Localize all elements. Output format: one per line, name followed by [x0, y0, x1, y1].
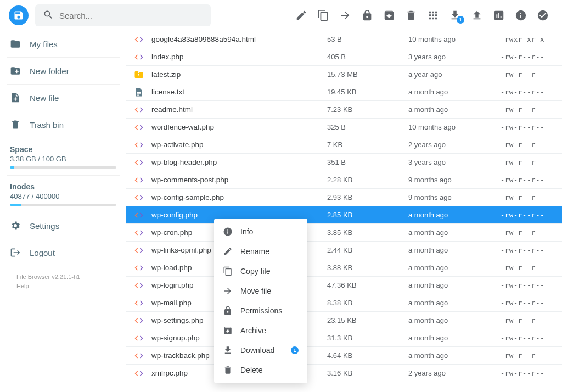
file-size: 8.38 KB — [327, 299, 408, 307]
file-perm: -rw-r--r-- — [485, 351, 544, 360]
trash-icon[interactable] — [405, 9, 417, 21]
file-perm: -rw-r--r-- — [485, 176, 544, 184]
stat-space: Space3.38 GB / 100 GB — [7, 138, 120, 175]
chart-icon[interactable] — [493, 9, 505, 21]
file-name: wp-config.php — [151, 211, 327, 219]
nav-create-folder[interactable]: New folder — [7, 57, 120, 84]
code-icon — [126, 158, 151, 167]
code-icon — [126, 175, 151, 185]
file-date: 9 months ago — [408, 176, 485, 184]
search-box[interactable] — [35, 4, 211, 26]
check-icon[interactable] — [537, 9, 549, 21]
ctx-archive[interactable]: Archive — [214, 321, 307, 340]
nav-folder[interactable]: My files — [7, 31, 120, 57]
file-row[interactable]: wp-signup.php31.3 KBa month ago-rw-r--r-… — [126, 329, 562, 347]
move-icon[interactable] — [339, 9, 351, 21]
file-row[interactable]: wp-activate.php7 KB2 years ago-rw-r--r-- — [126, 136, 562, 154]
file-row[interactable]: wp-login.php47.36 KBa month ago-rw-r--r-… — [126, 277, 562, 294]
file-perm: -rw-r--r-- — [485, 88, 544, 96]
file-perm: -rw-r--r-- — [485, 141, 544, 149]
ctx-edit[interactable]: Rename — [214, 242, 307, 261]
ctx-lock[interactable]: Permissions — [214, 301, 307, 321]
code-icon — [126, 368, 151, 378]
code-icon — [126, 210, 151, 220]
nav-label: Settings — [30, 221, 59, 231]
ctx-trash[interactable]: Delete — [214, 360, 307, 380]
edit-icon[interactable] — [295, 9, 307, 21]
search-input[interactable] — [59, 11, 203, 20]
credits: File Browser v2.21.1-h1 Help — [7, 266, 120, 297]
file-date: 10 months ago — [408, 35, 485, 43]
file-perm: -rw-r--r-- — [485, 158, 544, 166]
ctx-label: Rename — [240, 247, 269, 256]
grid-icon[interactable] — [427, 9, 439, 21]
file-date: a year ago — [408, 70, 485, 79]
ctx-copy[interactable]: Copy file — [214, 261, 307, 281]
lock-icon[interactable] — [361, 9, 373, 21]
file-size: 3.88 KB — [327, 264, 408, 272]
file-row[interactable]: wp-mail.php8.38 KBa month ago-rw-r--r-- — [126, 294, 562, 312]
file-size: 351 B — [327, 158, 408, 166]
nav-settings[interactable]: Settings — [7, 212, 120, 239]
file-size: 15.73 MB — [327, 70, 408, 79]
ctx-label: Download — [240, 346, 274, 355]
file-size: 31.3 KB — [327, 334, 408, 342]
file-row[interactable]: license.txt19.45 KBa month ago-rw-r--r-- — [126, 83, 562, 101]
file-row[interactable]: index.php405 B3 years ago-rw-r--r-- — [126, 48, 562, 66]
upload-icon[interactable] — [471, 9, 483, 21]
file-name: readme.html — [151, 105, 327, 114]
file-row[interactable]: wp-trackback.php4.64 KBa month ago-rw-r-… — [126, 347, 562, 365]
file-size: 53 B — [327, 35, 408, 43]
file-row[interactable]: wp-config-sample.php2.93 KB9 months ago-… — [126, 189, 562, 206]
app-logo[interactable] — [9, 5, 29, 25]
file-date: a month ago — [408, 228, 485, 237]
ctx-move[interactable]: Move file — [214, 281, 307, 301]
file-row[interactable]: wordfence-waf.php325 B10 months ago-rw-r… — [126, 119, 562, 136]
file-row[interactable]: wp-comments-post.php2.28 KB9 months ago-… — [126, 171, 562, 189]
file-date: a month ago — [408, 88, 485, 96]
archive-icon[interactable] — [383, 9, 395, 21]
file-row[interactable]: google4a83a809688a594a.html53 B10 months… — [126, 31, 562, 48]
file-row[interactable]: wp-cron.php3.85 KBa month ago-rw-r--r-- — [126, 224, 562, 242]
info-icon[interactable] — [515, 9, 527, 21]
code-icon — [126, 351, 151, 361]
file-row[interactable]: xmlrpc.php3.16 KB2 years ago-rw-r--r-- — [126, 365, 562, 382]
file-perm: -rw-r--r-- — [485, 211, 544, 219]
file-size: 2.44 KB — [327, 246, 408, 254]
toolbar: 1 — [295, 9, 553, 21]
ctx-label: Copy file — [240, 267, 270, 276]
file-row[interactable]: wp-config.php2.85 KBa month ago-rw-r--r-… — [126, 206, 562, 224]
code-icon — [126, 245, 151, 255]
file-date: a month ago — [408, 105, 485, 114]
file-size: 7.23 KB — [327, 105, 408, 114]
file-row[interactable]: readme.html7.23 KBa month ago-rw-r--r-- — [126, 101, 562, 119]
ctx-label: Archive — [240, 326, 266, 335]
file-size: 325 B — [327, 123, 408, 131]
nav-logout[interactable]: Logout — [7, 239, 120, 266]
ctx-download[interactable]: Download1 — [214, 340, 307, 360]
nav-create-file[interactable]: New file — [7, 84, 120, 111]
ctx-info[interactable]: Info — [214, 222, 307, 242]
file-row[interactable]: wp-settings.php23.15 KBa month ago-rw-r-… — [126, 312, 562, 329]
file-date: 2 years ago — [408, 369, 485, 377]
help-link[interactable]: Help — [16, 282, 110, 291]
file-row[interactable]: wp-blog-header.php351 B3 years ago-rw-r-… — [126, 154, 562, 171]
version-text[interactable]: File Browser v2.21.1-h1 — [16, 272, 110, 282]
file-name: wordfence-waf.php — [151, 123, 327, 131]
copy-icon[interactable] — [317, 9, 329, 21]
file-row[interactable]: latest.zip15.73 MBa year ago-rw-r--r-- — [126, 66, 562, 83]
nav-trash[interactable]: Trash bin — [7, 111, 120, 138]
ctx-label: Permissions — [240, 306, 282, 315]
txt-icon — [126, 87, 151, 97]
file-name: wp-blog-header.php — [151, 158, 327, 166]
file-name: wp-config-sample.php — [151, 193, 327, 201]
file-perm: -rw-r--r-- — [485, 53, 544, 61]
stat-inodes: Inodes40877 / 400000 — [7, 175, 120, 212]
file-size: 405 B — [327, 53, 408, 61]
file-row[interactable]: wp-load.php3.88 KBa month ago-rw-r--r-- — [126, 259, 562, 277]
download-icon[interactable]: 1 — [449, 9, 461, 21]
nav-label: New folder — [30, 66, 69, 76]
file-row[interactable]: wp-links-opml.php2.44 KBa month ago-rw-r… — [126, 242, 562, 259]
ctx-label: Info — [240, 227, 253, 236]
ctx-label: Delete — [240, 366, 262, 374]
